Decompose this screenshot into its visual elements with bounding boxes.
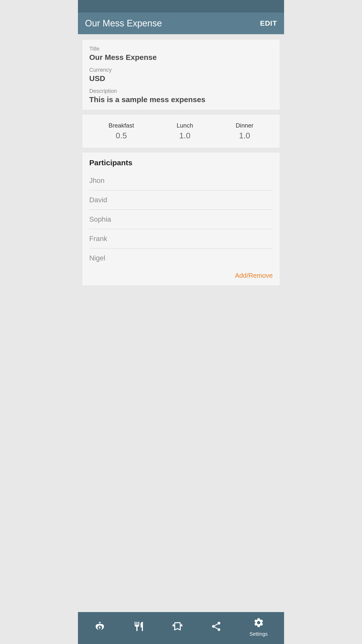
scale-icon bbox=[172, 621, 183, 633]
main-content: Title Our Mess Expense Currency USD Desc… bbox=[78, 34, 284, 612]
info-card: Title Our Mess Expense Currency USD Desc… bbox=[82, 39, 280, 110]
title-value: Our Mess Expense bbox=[89, 53, 273, 62]
title-label: Title bbox=[89, 46, 273, 52]
breakfast-value: 0.5 bbox=[116, 131, 127, 140]
meal-dinner: Dinner 1.0 bbox=[236, 122, 254, 140]
lunch-value: 1.0 bbox=[179, 131, 190, 140]
dinner-label: Dinner bbox=[236, 122, 254, 129]
nav-item-share[interactable] bbox=[211, 621, 222, 633]
app-title: Our Mess Expense bbox=[85, 18, 162, 29]
participant-item: Jhon bbox=[89, 171, 273, 190]
description-value: This is a sample mess expenses bbox=[89, 95, 273, 104]
meal-breakfast: Breakfast 0.5 bbox=[109, 122, 134, 140]
money-bag-icon: $ bbox=[94, 621, 105, 633]
edit-button[interactable]: EDIT bbox=[260, 19, 277, 27]
nav-item-meals[interactable] bbox=[133, 621, 144, 633]
svg-text:$: $ bbox=[99, 627, 100, 629]
currency-label: Currency bbox=[89, 67, 273, 73]
participant-item: Sophia bbox=[89, 210, 273, 229]
bottom-nav: $ S bbox=[78, 612, 284, 644]
dinner-value: 1.0 bbox=[239, 131, 250, 140]
participants-list: JhonDavidSophiaFrankNigel bbox=[89, 171, 273, 268]
breakfast-label: Breakfast bbox=[109, 122, 134, 129]
status-bar bbox=[78, 0, 284, 13]
participant-item: David bbox=[89, 190, 273, 210]
cutlery-icon bbox=[133, 621, 144, 633]
settings-label: Settings bbox=[250, 631, 268, 637]
add-remove-button[interactable]: Add/Remove bbox=[89, 272, 273, 279]
meal-card: Breakfast 0.5 Lunch 1.0 Dinner 1.0 bbox=[82, 114, 280, 148]
participants-title: Participants bbox=[89, 158, 273, 167]
participants-card: Participants JhonDavidSophiaFrankNigel A… bbox=[82, 152, 280, 286]
description-label: Description bbox=[89, 88, 273, 94]
nav-item-balance[interactable] bbox=[172, 621, 183, 633]
participant-item: Nigel bbox=[89, 249, 273, 268]
app-header: Our Mess Expense EDIT bbox=[78, 13, 284, 34]
nav-item-settings[interactable]: Settings bbox=[250, 617, 268, 637]
settings-icon bbox=[253, 617, 264, 630]
currency-value: USD bbox=[89, 74, 273, 83]
participant-item: Frank bbox=[89, 229, 273, 249]
share-icon bbox=[211, 621, 222, 633]
lunch-label: Lunch bbox=[177, 122, 193, 129]
meal-lunch: Lunch 1.0 bbox=[177, 122, 193, 140]
nav-item-expense[interactable]: $ bbox=[94, 621, 105, 633]
